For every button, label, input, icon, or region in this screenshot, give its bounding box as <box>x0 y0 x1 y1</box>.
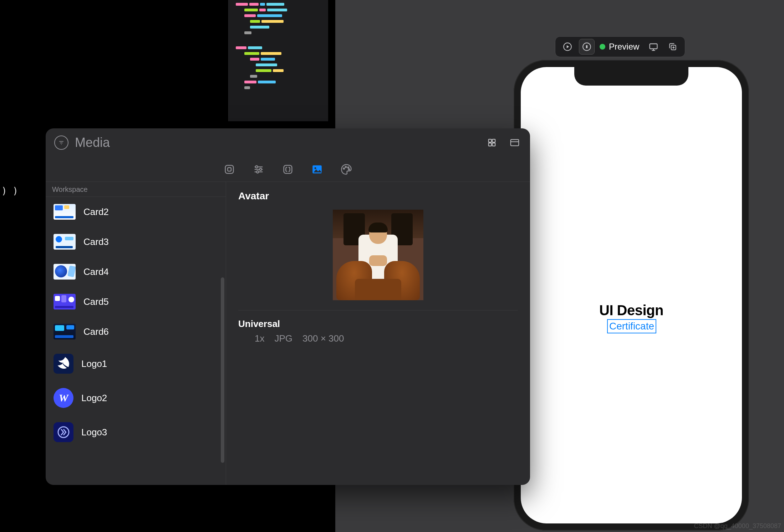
preview-status[interactable]: Preview <box>598 42 642 52</box>
svg-rect-11 <box>228 168 231 171</box>
preview-heading: UI Design <box>599 302 663 318</box>
preview-toolbar: Preview <box>555 36 685 57</box>
asset-name: Card6 <box>83 326 109 337</box>
display-icon[interactable] <box>646 39 661 55</box>
media-library-popover: Media Workspace <box>46 128 530 485</box>
asset-item[interactable]: W Logo2 <box>46 381 226 415</box>
svg-rect-3 <box>650 44 657 49</box>
media-sidebar[interactable]: Workspace Card2 Card3 <box>46 182 226 485</box>
code-trailing-parens: ) ) <box>1 185 18 196</box>
asset-thumb <box>54 354 73 374</box>
tab-objects-icon[interactable] <box>221 161 238 178</box>
asset-name: Logo3 <box>81 427 107 438</box>
asset-thumb <box>54 324 76 339</box>
detail-preview-image <box>333 210 423 300</box>
media-body: Workspace Card2 Card3 <box>46 182 530 485</box>
sidebar-section-title: Workspace <box>46 182 226 197</box>
tab-snippets-icon[interactable] <box>280 161 296 178</box>
device-screen: UI Design Certificate <box>521 67 742 523</box>
asset-item[interactable]: Card4 <box>46 257 226 287</box>
grid-view-icon[interactable] <box>485 136 499 149</box>
filter-icon[interactable] <box>54 135 68 150</box>
asset-thumb: W <box>54 388 73 408</box>
svg-point-14 <box>256 170 259 173</box>
asset-item[interactable]: Logo3 <box>46 415 226 449</box>
status-dot-icon <box>600 44 605 50</box>
asset-name: Logo1 <box>81 358 107 369</box>
media-detail-pane: Avatar Universal 1x <box>226 182 530 485</box>
detail-meta: 1x JPG 300 × 300 <box>238 333 518 344</box>
asset-item[interactable]: Card5 <box>46 287 226 317</box>
device-notch <box>574 67 688 86</box>
preview-label: Preview <box>609 42 639 52</box>
svg-point-19 <box>345 166 347 168</box>
asset-item[interactable]: Logo1 <box>46 347 226 381</box>
asset-thumb <box>54 264 76 280</box>
asset-item[interactable]: Card3 <box>46 227 226 257</box>
asset-thumb <box>54 294 76 310</box>
detail-format: JPG <box>274 333 292 344</box>
preview-content: UI Design Certificate <box>521 302 742 333</box>
svg-rect-5 <box>489 139 492 142</box>
asset-thumb <box>54 422 73 442</box>
svg-point-12 <box>255 165 258 168</box>
asset-name: Logo2 <box>81 393 107 404</box>
svg-rect-2 <box>586 45 587 48</box>
detail-scale: 1x <box>255 333 264 344</box>
media-header: Media <box>46 128 530 157</box>
svg-point-21 <box>348 169 350 170</box>
svg-rect-15 <box>284 165 292 173</box>
svg-rect-10 <box>225 165 234 173</box>
svg-rect-9 <box>511 139 519 146</box>
tab-colors-icon[interactable] <box>338 161 355 178</box>
asset-item[interactable]: Card6 <box>46 317 226 347</box>
svg-point-17 <box>314 167 316 169</box>
asset-name: Card2 <box>83 206 109 218</box>
preview-selected-text[interactable]: Certificate <box>607 319 656 333</box>
media-tab-bar <box>46 157 530 182</box>
sidebar-scrollbar[interactable] <box>221 277 224 463</box>
play-icon[interactable] <box>560 39 575 55</box>
code-minimap <box>228 0 328 121</box>
svg-point-13 <box>260 168 262 170</box>
media-title: Media <box>75 135 110 150</box>
detail-dimensions: 300 × 300 <box>302 333 344 344</box>
detail-scale-section: Universal <box>238 318 518 329</box>
asset-name: Card3 <box>83 236 109 247</box>
asset-name: Card4 <box>83 266 109 277</box>
asset-thumb <box>54 234 76 250</box>
list-view-icon[interactable] <box>508 136 521 149</box>
svg-point-20 <box>347 167 349 168</box>
svg-rect-8 <box>492 143 495 146</box>
asset-name: Card5 <box>83 296 109 307</box>
device-frame: UI Design Certificate <box>514 60 749 531</box>
asset-item[interactable]: Card2 <box>46 197 226 227</box>
pause-variant-icon[interactable] <box>579 39 595 55</box>
tab-media-icon[interactable] <box>309 161 325 178</box>
duplicate-add-icon[interactable] <box>665 39 681 55</box>
svg-rect-7 <box>489 143 492 146</box>
detail-title: Avatar <box>238 190 518 202</box>
tab-modifiers-icon[interactable] <box>250 161 267 178</box>
asset-thumb <box>54 204 76 220</box>
svg-point-18 <box>343 168 345 169</box>
svg-rect-6 <box>492 139 495 142</box>
watermark: CSDN @qq_40000_37508087 <box>694 522 781 530</box>
